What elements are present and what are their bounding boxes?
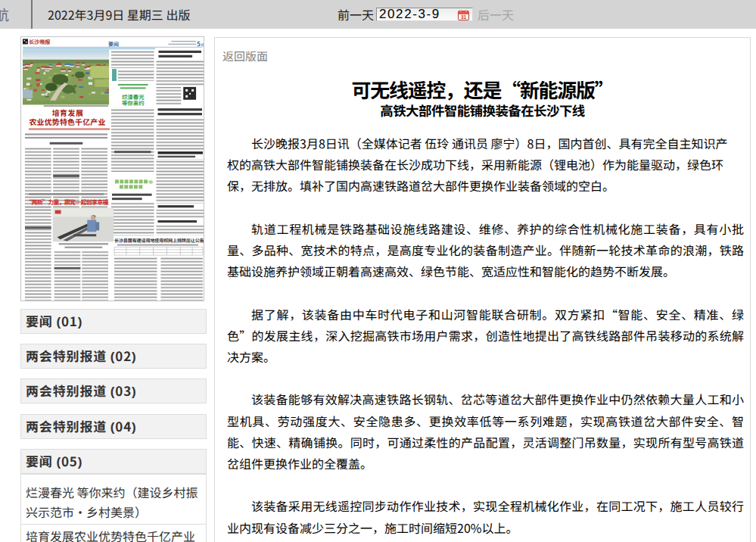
svg-text:5: 5 bbox=[197, 39, 201, 48]
svg-text:要闻: 要闻 bbox=[108, 40, 119, 48]
svg-text:长沙县国有建设用地使用权网上挂牌出让公告: 长沙县国有建设用地使用权网上挂牌出让公告 bbox=[114, 237, 204, 244]
svg-text:31: 31 bbox=[461, 14, 467, 20]
svg-text:“两新”力量，跟党一起创享幸福: “两新”力量，跟党一起创享幸福 bbox=[26, 198, 108, 206]
svg-text:农业优势特色千亿产业: 农业优势特色千亿产业 bbox=[29, 117, 105, 127]
svg-text:版: 版 bbox=[201, 42, 204, 47]
svg-text:等你来约: 等你来约 bbox=[122, 98, 145, 107]
svg-text:长沙晚报: 长沙晚报 bbox=[29, 38, 51, 45]
